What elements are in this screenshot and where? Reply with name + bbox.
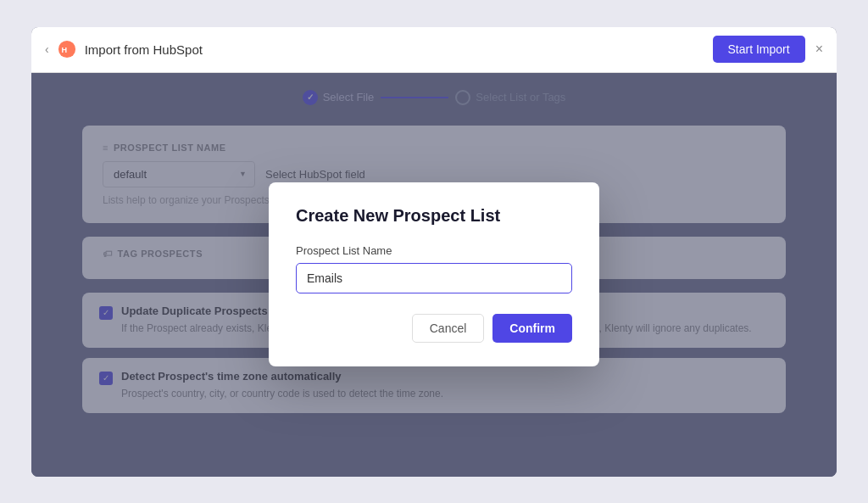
header-title: Import from HubSpot [85, 42, 203, 57]
modal-overlay: Create New Prospect List Prospect List N… [31, 73, 837, 477]
hubspot-icon: H [58, 40, 76, 59]
header: ‹ H Import from HubSpot Start Import × [31, 27, 837, 73]
create-prospect-modal: Create New Prospect List Prospect List N… [269, 182, 599, 366]
header-right: Start Import × [713, 36, 823, 63]
prospect-list-name-input[interactable] [296, 263, 572, 293]
modal-field-label: Prospect List Name [296, 244, 572, 257]
close-button[interactable]: × [815, 42, 823, 57]
cancel-button[interactable]: Cancel [412, 314, 485, 343]
outer-wrapper: ‹ H Import from HubSpot Start Import × ✓… [0, 0, 868, 503]
content-area: ✓ Select File Select List or Tags ≡ PROS… [31, 73, 837, 477]
start-import-button[interactable]: Start Import [713, 36, 805, 63]
svg-text:H: H [61, 46, 67, 54]
confirm-button[interactable]: Confirm [492, 314, 572, 343]
modal-title: Create New Prospect List [296, 206, 572, 226]
back-button[interactable]: ‹ [45, 42, 49, 56]
modal-actions: Cancel Confirm [296, 314, 572, 343]
header-left: ‹ H Import from HubSpot [45, 40, 203, 59]
app-window: ‹ H Import from HubSpot Start Import × ✓… [31, 27, 837, 477]
